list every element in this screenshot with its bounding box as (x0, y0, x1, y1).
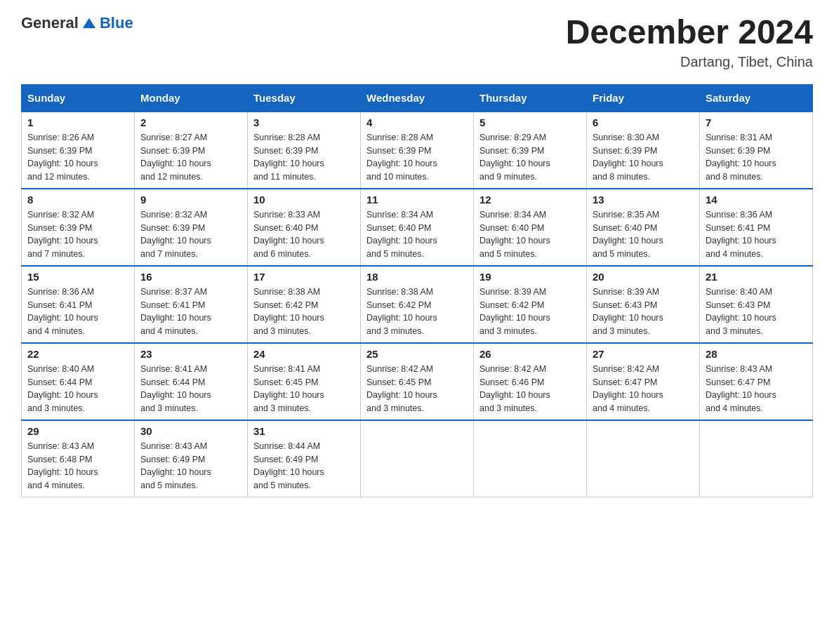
calendar-cell: 31Sunrise: 8:44 AMSunset: 6:49 PMDayligh… (248, 420, 361, 497)
header-friday: Friday (587, 84, 700, 112)
day-info: Sunrise: 8:26 AMSunset: 6:39 PMDaylight:… (27, 131, 128, 184)
day-number: 28 (706, 348, 807, 360)
day-number: 12 (479, 194, 581, 206)
day-info: Sunrise: 8:39 AMSunset: 6:42 PMDaylight:… (479, 286, 581, 338)
calendar-cell (474, 420, 587, 497)
day-number: 22 (27, 348, 128, 360)
day-number: 25 (366, 348, 468, 360)
day-info: Sunrise: 8:37 AMSunset: 6:41 PMDaylight:… (140, 286, 241, 338)
day-info: Sunrise: 8:32 AMSunset: 6:39 PMDaylight:… (140, 208, 241, 261)
day-info: Sunrise: 8:41 AMSunset: 6:45 PMDaylight:… (253, 363, 355, 415)
day-number: 3 (253, 116, 355, 128)
day-info: Sunrise: 8:42 AMSunset: 6:45 PMDaylight:… (366, 363, 468, 415)
day-number: 7 (706, 116, 807, 128)
calendar-cell: 19Sunrise: 8:39 AMSunset: 6:42 PMDayligh… (474, 266, 587, 343)
calendar-cell: 16Sunrise: 8:37 AMSunset: 6:41 PMDayligh… (135, 266, 248, 343)
day-number: 31 (253, 425, 355, 437)
calendar-cell: 26Sunrise: 8:42 AMSunset: 6:46 PMDayligh… (474, 343, 587, 420)
calendar-week-row: 22Sunrise: 8:40 AMSunset: 6:44 PMDayligh… (22, 343, 813, 420)
day-info: Sunrise: 8:38 AMSunset: 6:42 PMDaylight:… (253, 286, 355, 338)
header-saturday: Saturday (700, 84, 813, 112)
day-info: Sunrise: 8:38 AMSunset: 6:42 PMDaylight:… (366, 286, 468, 338)
day-number: 13 (593, 194, 694, 206)
day-info: Sunrise: 8:27 AMSunset: 6:39 PMDaylight:… (140, 131, 241, 184)
calendar-cell: 20Sunrise: 8:39 AMSunset: 6:43 PMDayligh… (587, 266, 700, 343)
calendar-cell: 15Sunrise: 8:36 AMSunset: 6:41 PMDayligh… (22, 266, 135, 343)
day-info: Sunrise: 8:31 AMSunset: 6:39 PMDaylight:… (706, 131, 807, 184)
header-tuesday: Tuesday (248, 84, 361, 112)
day-number: 6 (593, 116, 694, 128)
calendar-table: SundayMondayTuesdayWednesdayThursdayFrid… (21, 84, 813, 497)
calendar-cell: 29Sunrise: 8:43 AMSunset: 6:48 PMDayligh… (22, 420, 135, 497)
day-number: 17 (253, 271, 355, 283)
day-info: Sunrise: 8:28 AMSunset: 6:39 PMDaylight:… (366, 131, 468, 184)
day-number: 11 (366, 194, 468, 206)
header-thursday: Thursday (474, 84, 587, 112)
day-info: Sunrise: 8:40 AMSunset: 6:44 PMDaylight:… (27, 363, 128, 415)
day-info: Sunrise: 8:43 AMSunset: 6:47 PMDaylight:… (706, 363, 807, 415)
month-title: December 2024 (566, 14, 813, 51)
day-info: Sunrise: 8:32 AMSunset: 6:39 PMDaylight:… (27, 208, 128, 261)
day-info: Sunrise: 8:43 AMSunset: 6:48 PMDaylight:… (27, 440, 128, 492)
calendar-cell: 8Sunrise: 8:32 AMSunset: 6:39 PMDaylight… (22, 189, 135, 266)
logo-text-blue: Blue (100, 14, 133, 32)
calendar-cell: 24Sunrise: 8:41 AMSunset: 6:45 PMDayligh… (248, 343, 361, 420)
calendar-cell: 5Sunrise: 8:29 AMSunset: 6:39 PMDaylight… (474, 112, 587, 189)
day-number: 24 (253, 348, 355, 360)
header-wednesday: Wednesday (361, 84, 474, 112)
calendar-cell: 11Sunrise: 8:34 AMSunset: 6:40 PMDayligh… (361, 189, 474, 266)
day-info: Sunrise: 8:35 AMSunset: 6:40 PMDaylight:… (593, 208, 694, 261)
calendar-cell: 14Sunrise: 8:36 AMSunset: 6:41 PMDayligh… (700, 189, 813, 266)
calendar-cell: 2Sunrise: 8:27 AMSunset: 6:39 PMDaylight… (135, 112, 248, 189)
day-number: 4 (366, 116, 468, 128)
day-info: Sunrise: 8:29 AMSunset: 6:39 PMDaylight:… (479, 131, 581, 184)
day-info: Sunrise: 8:41 AMSunset: 6:44 PMDaylight:… (140, 363, 241, 415)
page-header: General Blue December 2024 Dartang, Tibe… (21, 14, 813, 70)
calendar-cell: 27Sunrise: 8:42 AMSunset: 6:47 PMDayligh… (587, 343, 700, 420)
calendar-cell: 6Sunrise: 8:30 AMSunset: 6:39 PMDaylight… (587, 112, 700, 189)
day-info: Sunrise: 8:34 AMSunset: 6:40 PMDaylight:… (479, 208, 581, 261)
calendar-header-row: SundayMondayTuesdayWednesdayThursdayFrid… (22, 84, 813, 112)
calendar-cell: 23Sunrise: 8:41 AMSunset: 6:44 PMDayligh… (135, 343, 248, 420)
calendar-cell: 12Sunrise: 8:34 AMSunset: 6:40 PMDayligh… (474, 189, 587, 266)
calendar-cell: 3Sunrise: 8:28 AMSunset: 6:39 PMDaylight… (248, 112, 361, 189)
day-info: Sunrise: 8:28 AMSunset: 6:39 PMDaylight:… (253, 131, 355, 184)
day-info: Sunrise: 8:36 AMSunset: 6:41 PMDaylight:… (27, 286, 128, 338)
calendar-week-row: 15Sunrise: 8:36 AMSunset: 6:41 PMDayligh… (22, 266, 813, 343)
day-number: 29 (27, 425, 128, 437)
title-area: December 2024 Dartang, Tibet, China (566, 14, 813, 70)
calendar-cell: 25Sunrise: 8:42 AMSunset: 6:45 PMDayligh… (361, 343, 474, 420)
day-number: 2 (140, 116, 241, 128)
day-info: Sunrise: 8:33 AMSunset: 6:40 PMDaylight:… (253, 208, 355, 261)
day-info: Sunrise: 8:42 AMSunset: 6:46 PMDaylight:… (479, 363, 581, 415)
day-number: 20 (593, 271, 694, 283)
day-number: 23 (140, 348, 241, 360)
day-number: 14 (706, 194, 807, 206)
day-number: 16 (140, 271, 241, 283)
calendar-week-row: 1Sunrise: 8:26 AMSunset: 6:39 PMDaylight… (22, 112, 813, 189)
calendar-cell: 7Sunrise: 8:31 AMSunset: 6:39 PMDaylight… (700, 112, 813, 189)
calendar-cell (361, 420, 474, 497)
day-number: 21 (706, 271, 807, 283)
day-info: Sunrise: 8:36 AMSunset: 6:41 PMDaylight:… (706, 208, 807, 261)
calendar-week-row: 8Sunrise: 8:32 AMSunset: 6:39 PMDaylight… (22, 189, 813, 266)
day-info: Sunrise: 8:30 AMSunset: 6:39 PMDaylight:… (593, 131, 694, 184)
header-monday: Monday (135, 84, 248, 112)
calendar-cell: 21Sunrise: 8:40 AMSunset: 6:43 PMDayligh… (700, 266, 813, 343)
calendar-cell: 13Sunrise: 8:35 AMSunset: 6:40 PMDayligh… (587, 189, 700, 266)
location-subtitle: Dartang, Tibet, China (566, 54, 813, 70)
calendar-cell: 18Sunrise: 8:38 AMSunset: 6:42 PMDayligh… (361, 266, 474, 343)
day-number: 27 (593, 348, 694, 360)
logo: General Blue (21, 14, 133, 32)
calendar-cell: 9Sunrise: 8:32 AMSunset: 6:39 PMDaylight… (135, 189, 248, 266)
day-info: Sunrise: 8:43 AMSunset: 6:49 PMDaylight:… (140, 440, 241, 492)
day-number: 19 (479, 271, 581, 283)
logo-text-general: General (21, 14, 79, 32)
day-info: Sunrise: 8:39 AMSunset: 6:43 PMDaylight:… (593, 286, 694, 338)
day-number: 10 (253, 194, 355, 206)
calendar-cell (700, 420, 813, 497)
calendar-cell: 10Sunrise: 8:33 AMSunset: 6:40 PMDayligh… (248, 189, 361, 266)
day-number: 9 (140, 194, 241, 206)
day-number: 18 (366, 271, 468, 283)
day-info: Sunrise: 8:34 AMSunset: 6:40 PMDaylight:… (366, 208, 468, 261)
